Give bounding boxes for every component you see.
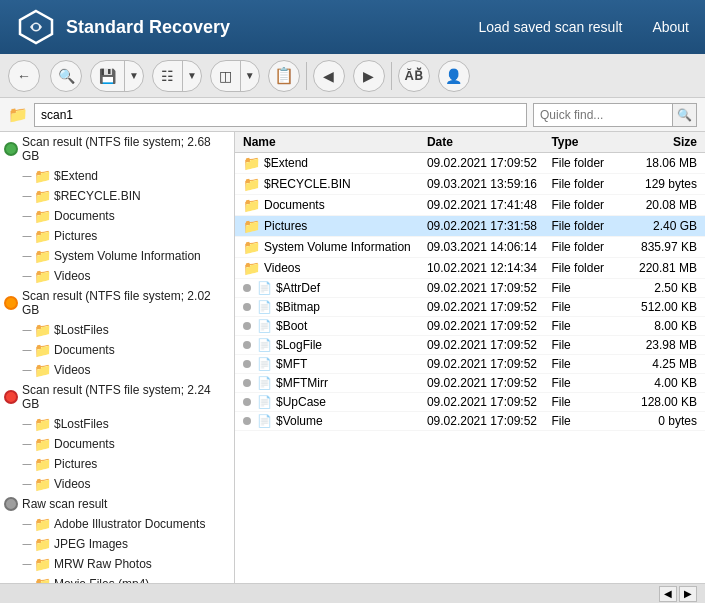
file-status-dot bbox=[243, 379, 251, 387]
tree-item[interactable]: — 📁 Videos bbox=[0, 266, 234, 286]
folder-icon: 📁 bbox=[34, 556, 51, 572]
tree-item-label: Videos bbox=[54, 477, 90, 491]
tree-item[interactable]: — 📁 Documents bbox=[0, 434, 234, 454]
tree-item[interactable]: — 📁 Documents bbox=[0, 206, 234, 226]
file-size-cell: 2.50 KB bbox=[628, 281, 705, 295]
tree-item[interactable]: — 📁 MRW Raw Photos bbox=[0, 554, 234, 574]
file-type-cell: File bbox=[551, 319, 628, 333]
table-row[interactable]: 📁Pictures09.02.2021 17:31:58File folder2… bbox=[235, 216, 705, 237]
table-row[interactable]: 📁Videos10.02.2021 12:14:34File folder220… bbox=[235, 258, 705, 279]
tree-item[interactable]: — 📁 System Volume Information bbox=[0, 246, 234, 266]
table-row[interactable]: 📄$AttrDef09.02.2021 17:09:52File2.50 KB bbox=[235, 279, 705, 298]
folder-icon: 📁 bbox=[34, 188, 51, 204]
file-name-cell: 📁Pictures bbox=[235, 218, 427, 234]
tree-item-label: Movie Files (mp4) bbox=[54, 577, 149, 583]
expand-icon: — bbox=[20, 171, 34, 181]
col-size-header[interactable]: Size bbox=[628, 135, 705, 149]
app-header: Standard Recovery Load saved scan result… bbox=[0, 0, 705, 54]
file-name-label: $Volume bbox=[276, 414, 323, 428]
table-row[interactable]: 📄$Boot09.02.2021 17:09:52File8.00 KB bbox=[235, 317, 705, 336]
addressbar-input[interactable] bbox=[34, 103, 527, 127]
quick-find-input[interactable] bbox=[533, 103, 673, 127]
tree-item[interactable]: — 📁 Documents bbox=[0, 340, 234, 360]
scan1-header[interactable]: Scan result (NTFS file system; 2.68 GB bbox=[0, 132, 234, 166]
folder-icon: 📁 bbox=[34, 476, 51, 492]
scan1-title: Scan result (NTFS file system; 2.68 GB bbox=[22, 135, 230, 163]
table-row[interactable]: 📄$Volume09.02.2021 17:09:52File0 bytes bbox=[235, 412, 705, 431]
table-row[interactable]: 📁System Volume Information09.03.2021 14:… bbox=[235, 237, 705, 258]
file-date-cell: 09.02.2021 17:09:52 bbox=[427, 338, 552, 352]
file-status-dot bbox=[243, 303, 251, 311]
file-table-header: Name Date Type Size bbox=[235, 132, 705, 153]
tree-item-label: $LostFiles bbox=[54, 323, 109, 337]
table-row[interactable]: 📄$Bitmap09.02.2021 17:09:52File512.00 KB bbox=[235, 298, 705, 317]
expand-icon: — bbox=[20, 419, 34, 429]
file-size-cell: 0 bytes bbox=[628, 414, 705, 428]
prev-button[interactable]: ◀ bbox=[313, 60, 345, 92]
scan-dropdown-arrow[interactable]: ▼ bbox=[240, 61, 259, 91]
expand-icon: — bbox=[20, 251, 34, 261]
nav-left-button[interactable]: ◀ bbox=[659, 586, 677, 602]
find-button[interactable]: ĂB̆ bbox=[398, 60, 430, 92]
folder-icon: 📁 bbox=[34, 456, 51, 472]
tree-item[interactable]: — 📁 Videos bbox=[0, 360, 234, 380]
search-area: 🔍 bbox=[533, 103, 697, 127]
file-name-cell: 📄$AttrDef bbox=[235, 281, 427, 295]
about-link[interactable]: About bbox=[652, 19, 689, 35]
quick-find-button[interactable]: 🔍 bbox=[673, 103, 697, 127]
expand-icon: — bbox=[20, 479, 34, 489]
file-icon: 📄 bbox=[257, 281, 272, 295]
expand-icon: — bbox=[20, 519, 34, 529]
table-row[interactable]: 📄$UpCase09.02.2021 17:09:52File128.00 KB bbox=[235, 393, 705, 412]
save-button[interactable]: 💾 bbox=[91, 61, 124, 91]
settings-button[interactable]: 👤 bbox=[438, 60, 470, 92]
nav-right-button[interactable]: ▶ bbox=[679, 586, 697, 602]
scan-button[interactable]: ◫ bbox=[211, 61, 240, 91]
scan2-header[interactable]: Scan result (NTFS file system; 2.02 GB bbox=[0, 286, 234, 320]
back-button[interactable]: ← bbox=[8, 60, 40, 92]
recover-button[interactable]: 📋 bbox=[268, 60, 300, 92]
table-row[interactable]: 📁$RECYCLE.BIN09.03.2021 13:59:16File fol… bbox=[235, 174, 705, 195]
tree-item[interactable]: — 📁 $LostFiles bbox=[0, 414, 234, 434]
col-type-header[interactable]: Type bbox=[551, 135, 628, 149]
table-row[interactable]: 📄$MFTMirr09.02.2021 17:09:52File4.00 KB bbox=[235, 374, 705, 393]
file-size-cell: 2.40 GB bbox=[628, 219, 705, 233]
view-dropdown-arrow[interactable]: ▼ bbox=[182, 61, 201, 91]
search-button[interactable]: 🔍 bbox=[50, 60, 82, 92]
save-dropdown-arrow[interactable]: ▼ bbox=[124, 61, 143, 91]
folder-icon: 📁 bbox=[34, 208, 51, 224]
file-name-label: Documents bbox=[264, 198, 325, 212]
view-button[interactable]: ☷ bbox=[153, 61, 182, 91]
tree-item[interactable]: — 📁 Pictures bbox=[0, 226, 234, 246]
table-row[interactable]: 📁Documents09.02.2021 17:41:48File folder… bbox=[235, 195, 705, 216]
tree-item-label: $LostFiles bbox=[54, 417, 109, 431]
next-button[interactable]: ▶ bbox=[353, 60, 385, 92]
folder-icon: 📁 bbox=[34, 248, 51, 264]
tree-item[interactable]: — 📁 Pictures bbox=[0, 454, 234, 474]
tree-item-label: Pictures bbox=[54, 229, 97, 243]
file-name-cell: 📄$Volume bbox=[235, 414, 427, 428]
folder-icon: 📁 bbox=[243, 176, 260, 192]
col-name-header[interactable]: Name bbox=[235, 135, 427, 149]
expand-icon: — bbox=[20, 191, 34, 201]
raw-scan-header[interactable]: Raw scan result bbox=[0, 494, 234, 514]
tree-item[interactable]: — 📁 Adobe Illustrator Documents bbox=[0, 514, 234, 534]
load-scan-link[interactable]: Load saved scan result bbox=[478, 19, 622, 35]
tree-item[interactable]: — 📁 Movie Files (mp4) bbox=[0, 574, 234, 583]
file-type-cell: File bbox=[551, 357, 628, 371]
tree-item[interactable]: — 📁 $LostFiles bbox=[0, 320, 234, 340]
file-status-dot bbox=[243, 417, 251, 425]
tree-item[interactable]: — 📁 JPEG Images bbox=[0, 534, 234, 554]
table-row[interactable]: 📄$LogFile09.02.2021 17:09:52File23.98 MB bbox=[235, 336, 705, 355]
scan3-header[interactable]: Scan result (NTFS file system; 2.24 GB bbox=[0, 380, 234, 414]
table-row[interactable]: 📁$Extend09.02.2021 17:09:52File folder18… bbox=[235, 153, 705, 174]
folder-icon: 📁 bbox=[34, 516, 51, 532]
file-date-cell: 09.02.2021 17:09:52 bbox=[427, 414, 552, 428]
file-size-cell: 4.00 KB bbox=[628, 376, 705, 390]
table-row[interactable]: 📄$MFT09.02.2021 17:09:52File4.25 MB bbox=[235, 355, 705, 374]
col-date-header[interactable]: Date bbox=[427, 135, 552, 149]
tree-item[interactable]: — 📁 $RECYCLE.BIN bbox=[0, 186, 234, 206]
tree-item[interactable]: — 📁 Videos bbox=[0, 474, 234, 494]
tree-item[interactable]: — 📁 $Extend bbox=[0, 166, 234, 186]
view-button-split: ☷ ▼ bbox=[152, 60, 202, 92]
